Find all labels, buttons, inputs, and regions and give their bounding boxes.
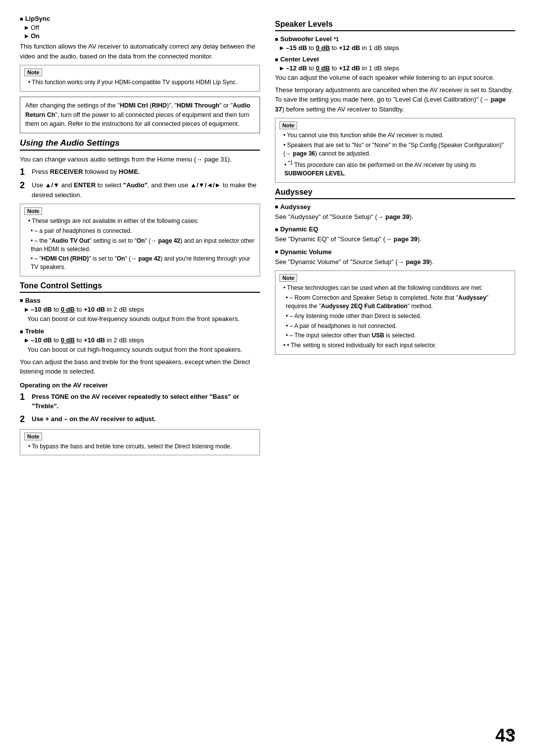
audio-settings-note: Note These settings are not available in…	[20, 204, 260, 276]
audio-step-1-num: 1	[20, 167, 29, 178]
center-range: –12 dB to 0 dB to +12 dB in 1 dB steps	[280, 64, 515, 72]
using-audio-description: You can change various audio settings fr…	[20, 155, 260, 164]
audio-step-2-num: 2	[20, 180, 29, 191]
speaker-levels-note: Note You cannot use this function while …	[275, 118, 515, 183]
speaker-levels-heading: Speaker Levels	[275, 20, 515, 31]
lipsync-off: Off	[25, 24, 260, 31]
lipsync-heading: LipSync	[20, 15, 260, 22]
info-hdmi-ctrl: HDMI Ctrl	[120, 102, 148, 109]
treble-range: –10 dB to 0 dB to +10 dB in 2 dB steps	[25, 336, 260, 344]
audio-note-1: These settings are not available in eith…	[28, 217, 256, 225]
operating-step-1-text: Press TONE on the AV receiver repeatedly…	[32, 392, 260, 411]
lipsync-note-list: This function works only if your HDMI-co…	[24, 78, 256, 87]
audio-step-1: 1 Press RECEIVER followed by HOME.	[20, 167, 260, 178]
audyssey-note-5: – The input selector other than USB is s…	[283, 331, 511, 340]
operating-heading: Operating on the AV receiver	[20, 381, 260, 389]
speaker-levels-note-list: You cannot use this function while the A…	[279, 131, 511, 178]
dynamic-eq-description: See "Dynamic EQ" of "Source Setup" (→ pa…	[275, 234, 515, 244]
dynamic-volume-description: See "Dynamic Volume" of "Source Setup" (…	[275, 257, 515, 267]
info-text-5: ", turn off the power to all connected p…	[25, 111, 249, 128]
speaker-note-3: *1 This procedure can also be performed …	[283, 160, 511, 178]
audyssey-note-2: – Room Correction and Speaker Setup is c…	[283, 294, 511, 311]
lipsync-section: LipSync Off On This function allows the …	[20, 15, 260, 92]
left-column: LipSync Off On This function allows the …	[20, 15, 260, 726]
info-rihd: RIHD	[152, 102, 167, 109]
subwoofer-heading: Subwoofer Level*1	[275, 35, 515, 43]
audyssey-note-4: – A pair of headphones is not connected.	[283, 322, 511, 330]
operating-step-1: 1 Press TONE on the AV receiver repeated…	[20, 392, 260, 411]
operating-step-2-text: Use + and – on the AV receiver to adjust…	[32, 414, 260, 424]
lipsync-note-item-1: This function works only if your HDMI-co…	[28, 78, 256, 87]
audio-step-1-text: Press RECEIVER followed by HOME.	[32, 167, 260, 177]
operating-step-2: 2 Use + and – on the AV receiver to adju…	[20, 414, 260, 425]
audio-step-2: 2 Use ▲/▼ and ENTER to select "Audio", a…	[20, 180, 260, 200]
audyssey-sub-heading: Audyssey	[275, 203, 515, 211]
operating-step-2-num: 2	[20, 414, 29, 425]
dynamic-volume-heading: Dynamic Volume	[275, 248, 515, 256]
audio-settings-note-list: These settings are not available in eith…	[24, 217, 256, 271]
speaker-levels-section: Speaker Levels Subwoofer Level*1 –15 dB …	[275, 20, 515, 183]
audio-step-2-text: Use ▲/▼ and ENTER to select "Audio", and…	[32, 180, 260, 200]
right-column: Speaker Levels Subwoofer Level*1 –15 dB …	[275, 15, 515, 726]
tone-control-heading: Tone Control Settings	[20, 281, 260, 293]
lipsync-description: This function allows the AV receiver to …	[20, 42, 260, 61]
tone-control-section: Tone Control Settings Bass –10 dB to 0 d…	[20, 281, 260, 455]
speaker-note-2: Speakers that are set to "No" or "None" …	[283, 141, 511, 158]
audio-note-2: – a pair of headphones is connected.	[28, 227, 256, 235]
treble-description: You can boost or cut high-frequency soun…	[27, 345, 260, 355]
bass-description: You can boost or cut low-frequency sound…	[27, 314, 260, 324]
treble-heading: Treble	[20, 327, 260, 335]
dynamic-eq-heading: Dynamic EQ	[275, 225, 515, 233]
info-text-3: )", "	[167, 102, 177, 109]
hdmi-info-box: After changing the settings of the "HDMI…	[20, 97, 260, 133]
audyssey-section: Audyssey Audyssey See "Audyssey" of "Sou…	[275, 188, 515, 355]
operating-step-1-num: 1	[20, 392, 29, 403]
audyssey-note-3: – Any listening mode other than Direct i…	[283, 312, 511, 321]
operating-note-list: To bypass the bass and treble tone circu…	[24, 442, 256, 451]
audio-note-4: – "HDMI Ctrl (RIHD)" is set to "On" (→ p…	[28, 255, 256, 271]
audyssey-note-list: These technologies can be used when all …	[279, 284, 511, 350]
page-number: 43	[495, 725, 515, 746]
lipsync-note: Note This function works only if your HD…	[20, 65, 260, 92]
audyssey-note-1: These technologies can be used when all …	[283, 284, 511, 292]
audyssey-sub-description: See "Audyssey" of "Source Setup" (→ page…	[275, 212, 515, 222]
lipsync-on: On	[25, 32, 260, 40]
operating-note-1: To bypass the bass and treble tone circu…	[28, 442, 256, 451]
operating-section: Operating on the AV receiver 1 Press TON…	[20, 381, 260, 455]
bass-treble-note: You can adjust the bass and treble for t…	[20, 357, 260, 377]
speaker-description-2: These temporary adjustments are cancelle…	[275, 85, 515, 114]
audyssey-note: Note These technologies can be used when…	[275, 270, 515, 355]
center-heading: Center Level	[275, 55, 515, 63]
subwoofer-range: –15 dB to 0 dB to +12 dB in 1 dB steps	[280, 44, 515, 52]
operating-note: Note To bypass the bass and treble tone …	[20, 429, 260, 456]
info-text-1: After changing the settings of the "	[25, 102, 120, 109]
audyssey-heading: Audyssey	[275, 188, 515, 199]
bass-heading: Bass	[20, 297, 260, 304]
using-audio-section: Using the Audio Settings You can change …	[20, 138, 260, 276]
info-hdmi-through: HDMI Through	[177, 102, 219, 109]
info-text-4: " or "	[219, 102, 233, 109]
audio-note-3: – the "Audio TV Out" setting is set to "…	[28, 237, 256, 254]
bass-range: –10 dB to 0 dB to +10 dB in 2 dB steps	[25, 306, 260, 313]
speaker-description-1: You can adjust the volume of each speake…	[275, 73, 515, 83]
audyssey-note-6: • The setting is stored individually for…	[283, 341, 511, 350]
using-audio-heading: Using the Audio Settings	[20, 138, 260, 151]
speaker-note-1: You cannot use this function while the A…	[283, 131, 511, 140]
